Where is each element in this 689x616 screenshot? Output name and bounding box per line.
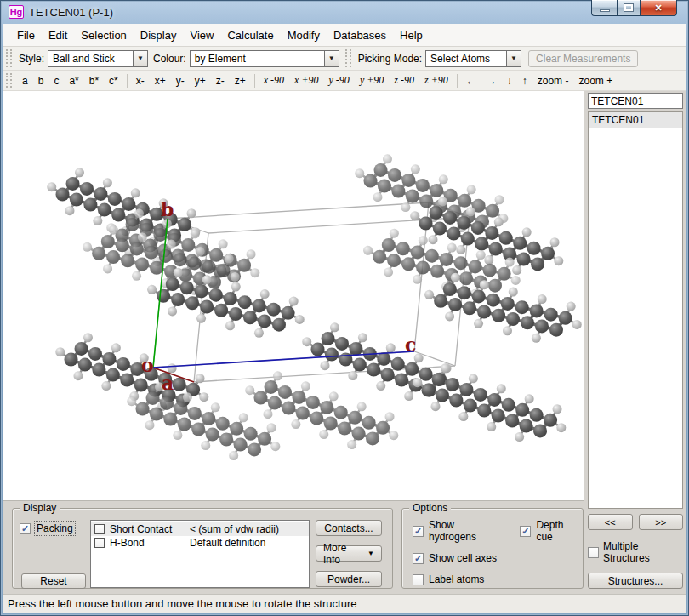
title-bar[interactable]: Hg TETCEN01 (P-1) ✕ [3, 0, 686, 24]
powder-button[interactable]: Powder... [316, 571, 382, 587]
depth-cue-label: Depth cue [536, 519, 578, 543]
display-group-title: Display [20, 502, 60, 514]
style-label: Style: [19, 53, 44, 65]
menu-selection[interactable]: Selection [74, 26, 133, 44]
translate-right-button[interactable]: → [481, 74, 502, 88]
rotate-x-plus-button[interactable]: x+ [150, 74, 171, 88]
close-button[interactable]: ✕ [641, 0, 677, 16]
packing-label[interactable]: Packing [35, 522, 75, 535]
multiple-structures-checkbox[interactable]: ✓ [588, 547, 599, 558]
app-icon: Hg [9, 5, 24, 19]
rotate-y-minus-button[interactable]: y- [171, 74, 190, 88]
rotate-z-minus-button[interactable]: z- [211, 74, 230, 88]
list-item-h-bond[interactable]: ✓ H-Bond Default definition [91, 536, 309, 550]
short-contact-checkbox[interactable]: ✓ [94, 524, 105, 534]
label-atoms-checkbox[interactable]: ✓ [413, 574, 424, 585]
structures-button[interactable]: Structures... [588, 573, 683, 589]
window-title: TETCEN01 (P-1) [29, 6, 113, 19]
rotate-z-plus-button[interactable]: z+ [230, 74, 251, 88]
menu-display[interactable]: Display [134, 26, 184, 44]
more-info-button[interactable]: More Info ▼ [316, 545, 382, 562]
show-hydrogens-checkbox[interactable]: ✓ [413, 526, 424, 537]
list-item[interactable]: TETCEN01 [589, 112, 682, 128]
style-combobox[interactable]: Ball and Stick ▼ [48, 50, 148, 67]
next-structure-button[interactable]: >> [639, 514, 684, 530]
molecule-packing [47, 154, 581, 460]
rotate-y-minus90-button[interactable]: y -90 [324, 73, 355, 88]
colour-combobox[interactable]: by Element ▼ [190, 50, 339, 67]
origin-label: o [141, 354, 154, 376]
structure-canvas[interactable]: b o a c [3, 91, 584, 500]
axis-c-star-button[interactable]: c* [104, 74, 123, 88]
menu-databases[interactable]: Databases [327, 26, 393, 44]
axis-a-star-button[interactable]: a* [64, 74, 83, 88]
style-toolbar: Style: Ball and Stick ▼ Colour: by Eleme… [3, 47, 686, 71]
rotate-z-minus90-button[interactable]: z -90 [389, 73, 419, 88]
colour-label: Colour: [153, 53, 186, 65]
axis-b-button[interactable]: b [33, 74, 49, 88]
zoom-out-button[interactable]: zoom - [532, 74, 574, 88]
menu-view[interactable]: View [183, 26, 220, 44]
multiple-structures-label: Multiple Structures [603, 540, 683, 564]
a-axis-label: a [162, 372, 174, 394]
rotate-z-plus90-button[interactable]: z +90 [419, 73, 453, 88]
zoom-in-button[interactable]: zoom + [573, 74, 618, 88]
chevron-down-icon[interactable]: ▼ [133, 50, 148, 67]
maximize-button[interactable] [617, 0, 641, 16]
style-value: Ball and Stick [48, 50, 133, 67]
colour-value: by Element [190, 50, 324, 67]
structure-sidebar: TETCEN01 << >> ✓ Multiple Structures Str… [584, 91, 686, 594]
toolbar-drag-handle[interactable] [6, 49, 12, 66]
menu-file[interactable]: File [10, 26, 42, 44]
translate-up-button[interactable]: ↑ [517, 74, 532, 88]
depth-cue-checkbox[interactable]: ✓ [520, 526, 531, 537]
toolbar-separator [254, 74, 255, 88]
structure-list[interactable]: TETCEN01 [588, 111, 683, 509]
toolbar-drag-handle[interactable] [345, 49, 351, 66]
axis-b-star-button[interactable]: b* [84, 74, 104, 88]
status-bar: Press the left mouse button and move the… [3, 594, 686, 613]
toolbar-drag-handle[interactable] [6, 73, 12, 88]
show-cell-axes-label: Show cell axes [429, 552, 497, 564]
window-controls: ✕ [591, 0, 677, 16]
toolbar-separator [127, 74, 128, 88]
bottom-panel: Display ✓ Packing Reset ✓ Short Contact … [3, 500, 584, 594]
picking-mode-combobox[interactable]: Select Atoms ▼ [425, 50, 521, 67]
axis-a-button[interactable]: a [17, 74, 33, 88]
translate-down-button[interactable]: ↓ [502, 74, 517, 88]
axis-c-button[interactable]: c [48, 74, 64, 88]
chevron-down-icon: ▼ [367, 550, 374, 557]
clear-measurements-button[interactable]: Clear Measurements [528, 50, 638, 67]
picking-mode-label: Picking Mode: [358, 53, 422, 65]
rotate-x-plus90-button[interactable]: x +90 [289, 73, 323, 88]
b-axis-label: b [161, 198, 174, 220]
menu-help[interactable]: Help [393, 26, 430, 44]
orientation-toolbar: a b c a* b* c* x- x+ y- y+ z- z+ x -90 x… [3, 71, 686, 91]
list-item-short-contact[interactable]: ✓ Short Contact < (sum of vdw radii) [91, 522, 309, 536]
previous-structure-button[interactable]: << [588, 514, 633, 530]
rotate-x-minus-button[interactable]: x- [131, 74, 150, 88]
minimize-icon [600, 9, 610, 12]
minimize-button[interactable] [591, 0, 617, 16]
rotate-x-minus90-button[interactable]: x -90 [259, 73, 289, 88]
show-cell-axes-checkbox[interactable]: ✓ [413, 553, 424, 564]
menu-edit[interactable]: Edit [42, 26, 74, 44]
h-bond-checkbox[interactable]: ✓ [94, 538, 105, 548]
contact-type-list[interactable]: ✓ Short Contact < (sum of vdw radii) ✓ H… [90, 520, 310, 588]
structure-name-field[interactable] [588, 93, 683, 109]
rotate-y-plus-button[interactable]: y+ [190, 74, 211, 88]
toolbar-separator [457, 74, 458, 88]
menu-calculate[interactable]: Calculate [220, 26, 280, 44]
chevron-down-icon[interactable]: ▼ [506, 50, 521, 67]
reset-button[interactable]: Reset [21, 573, 86, 589]
display-group: Display ✓ Packing Reset ✓ Short Contact … [12, 508, 393, 589]
translate-left-button[interactable]: ← [461, 74, 481, 88]
maximize-icon [624, 4, 633, 11]
contacts-button[interactable]: Contacts... [316, 520, 382, 536]
chevron-down-icon[interactable]: ▼ [324, 50, 339, 67]
molecule-scene[interactable]: b o a c [3, 91, 584, 500]
options-group-title: Options [409, 502, 451, 514]
menu-modify[interactable]: Modify [281, 26, 327, 44]
packing-checkbox[interactable]: ✓ [20, 523, 31, 534]
rotate-y-plus90-button[interactable]: y +90 [355, 73, 389, 88]
